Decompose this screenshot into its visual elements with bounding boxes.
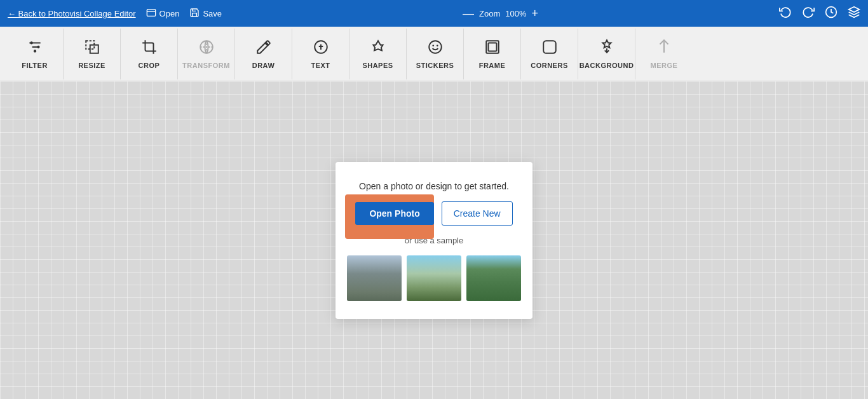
- toolbar-resize[interactable]: RESIZE: [64, 29, 121, 79]
- svg-point-7: [37, 45, 39, 48]
- sample-image-1[interactable]: [347, 255, 402, 301]
- draw-icon: [255, 39, 272, 58]
- open-photo-button[interactable]: Open Photo: [355, 202, 433, 225]
- background-label: BACKGROUND: [580, 62, 634, 69]
- filter-label: FILTER: [22, 62, 48, 69]
- text-label: TEXT: [311, 62, 330, 69]
- dialog-buttons: Open Photo Create New: [355, 201, 512, 226]
- save-icon: [189, 8, 200, 20]
- open-photo-wrapper: Open Photo: [355, 202, 433, 225]
- svg-marker-2: [849, 6, 860, 11]
- zoom-in-button[interactable]: +: [532, 8, 539, 19]
- svg-rect-18: [543, 41, 556, 53]
- open-button[interactable]: Open: [146, 8, 180, 20]
- create-new-button[interactable]: Create New: [442, 201, 513, 226]
- svg-rect-17: [488, 43, 496, 51]
- filter-icon: [27, 39, 43, 58]
- toolbar-draw[interactable]: DRAW: [235, 29, 292, 79]
- toolbar-background[interactable]: BACKGROUND: [578, 29, 635, 79]
- resize-label: RESIZE: [78, 62, 105, 69]
- shapes-icon: [370, 39, 386, 58]
- crop-icon: [141, 39, 158, 58]
- toolbar-filter[interactable]: FILTER: [6, 29, 64, 79]
- toolbar-shapes[interactable]: SHAPES: [349, 29, 407, 79]
- crop-label: CROP: [139, 62, 160, 69]
- stickers-icon: [427, 39, 444, 58]
- save-button[interactable]: Save: [189, 8, 222, 20]
- toolbar-stickers[interactable]: STICKERS: [407, 29, 464, 79]
- merge-label: MERGE: [651, 62, 678, 69]
- transform-icon: [198, 39, 215, 58]
- sample-images: [347, 255, 521, 301]
- sample-image-2[interactable]: [407, 255, 461, 301]
- frame-icon: [484, 39, 501, 58]
- redo-button[interactable]: [802, 6, 815, 22]
- corners-label: CORNERS: [531, 62, 568, 69]
- svg-marker-12: [373, 41, 383, 50]
- svg-rect-10: [90, 44, 98, 53]
- draw-label: DRAW: [252, 62, 275, 69]
- zoom-value: 100%: [505, 9, 526, 18]
- top-bar-right: [779, 6, 860, 22]
- toolbar-frame[interactable]: FRAME: [464, 29, 521, 79]
- zoom-out-button[interactable]: —: [463, 8, 474, 19]
- zoom-label: Zoom: [479, 9, 500, 18]
- toolbar-text[interactable]: TEXT: [292, 29, 349, 79]
- undo-button[interactable]: [779, 6, 792, 22]
- svg-point-8: [33, 50, 36, 52]
- dialog-overlay: Open a photo or design to get started. O…: [0, 81, 868, 399]
- toolbar-crop[interactable]: CROP: [121, 29, 178, 79]
- toolbar: FILTER RESIZE CROP TRANSFORM: [0, 27, 868, 81]
- toolbar-corners[interactable]: CORNERS: [521, 29, 578, 79]
- dialog-title: Open a photo or design to get started.: [359, 181, 509, 191]
- svg-point-13: [429, 41, 442, 53]
- svg-point-6: [30, 41, 32, 44]
- canvas-area: Open a photo or design to get started. O…: [0, 81, 868, 399]
- resize-icon: [84, 39, 100, 58]
- stickers-label: STICKERS: [416, 62, 454, 69]
- svg-rect-0: [147, 9, 155, 16]
- background-icon: [599, 39, 615, 58]
- top-bar: ← Back to Photovisi Collage Editor Open …: [0, 0, 868, 27]
- toolbar-transform[interactable]: TRANSFORM: [178, 29, 235, 79]
- open-icon: [146, 8, 156, 20]
- zoom-control: — Zoom 100% +: [222, 8, 779, 19]
- text-icon: [313, 39, 329, 58]
- layers-button[interactable]: [848, 6, 860, 22]
- merge-icon: [656, 39, 672, 58]
- corners-icon: [541, 39, 558, 58]
- toolbar-merge[interactable]: MERGE: [635, 29, 693, 79]
- shapes-label: SHAPES: [362, 62, 393, 69]
- dialog: Open a photo or design to get started. O…: [336, 162, 532, 319]
- sample-image-3[interactable]: [466, 255, 521, 301]
- transform-label: TRANSFORM: [182, 62, 230, 69]
- top-bar-actions: Open Save: [146, 8, 222, 20]
- frame-label: FRAME: [479, 62, 506, 69]
- history-button[interactable]: [825, 6, 837, 22]
- back-link[interactable]: ← Back to Photovisi Collage Editor: [8, 9, 136, 18]
